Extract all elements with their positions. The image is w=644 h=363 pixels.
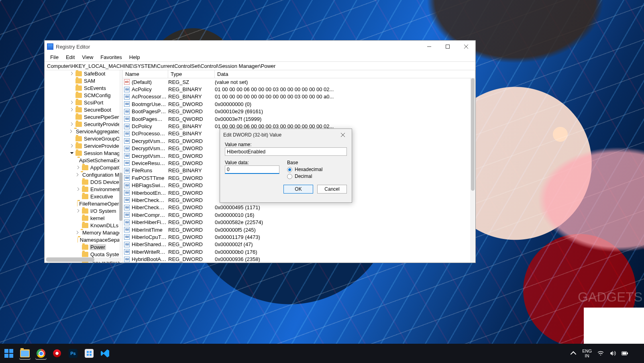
list-row[interactable]: HiberHiberFileTi...REG_DWORD0x0000582e (…	[123, 218, 475, 226]
tree-item[interactable]: Environment	[45, 186, 123, 193]
taskbar-microsoft-store[interactable]	[84, 348, 95, 359]
tray-battery-icon[interactable]	[622, 350, 628, 357]
tray-volume-icon[interactable]	[609, 350, 616, 357]
tree-item[interactable]: Memory Management	[45, 229, 123, 236]
tray-wifi-icon[interactable]	[597, 350, 604, 357]
tree-item[interactable]: ServiceProvider	[45, 142, 123, 149]
chevron-right-icon[interactable]	[76, 187, 81, 192]
tree-spacer	[76, 245, 81, 249]
reg-binary-icon	[124, 205, 130, 210]
tree-item[interactable]: ServiceGroupOrder	[45, 135, 123, 142]
tray-chevron-up-icon[interactable]	[570, 350, 577, 357]
tree-item[interactable]: SAM	[45, 77, 123, 84]
chevron-right-icon[interactable]	[69, 71, 74, 76]
menu-help[interactable]: Help	[126, 53, 143, 61]
list-row[interactable]: HiberInitTimeREG_DWORD0x000000f5 (245)	[123, 226, 475, 233]
list-row[interactable]: BootPagesProces...REG_DWORD0x00010e29 (6…	[123, 108, 475, 115]
chevron-right-icon[interactable]	[76, 165, 81, 170]
tree-item[interactable]: KnownDLLs	[45, 222, 123, 229]
tree-item[interactable]: SafeBoot	[45, 70, 123, 77]
tree-item[interactable]: SCMConfig	[45, 92, 123, 99]
tree-item[interactable]: ServiceAggregatedEvents	[45, 128, 123, 135]
tree-item[interactable]: Session Manager	[45, 149, 123, 157]
reg-binary-icon	[124, 234, 130, 240]
list-row[interactable]: (Default)REG_SZ(value not set)	[123, 78, 475, 86]
cell-type: REG_DWORD	[168, 175, 215, 181]
chevron-right-icon[interactable]	[76, 230, 79, 235]
tray-language[interactable]: ENG IN	[582, 349, 592, 358]
cell-type: REG_DWORD	[168, 212, 215, 218]
list-row[interactable]: BootPagesWrittenREG_QWORD0x00003e7f (159…	[123, 115, 475, 122]
list-row[interactable]: HiberWriteRateREG_DWORD0x000000b0 (176)	[123, 248, 475, 255]
chevron-right-icon[interactable]	[69, 122, 74, 126]
radio-decimal[interactable]: Decimal	[287, 173, 322, 179]
tree-item[interactable]: kernel	[45, 214, 123, 222]
chevron-down-icon[interactable]	[69, 151, 74, 155]
list-row[interactable]: HiberSharedBuff...REG_DWORD0x0000002f (4…	[123, 241, 475, 248]
tree-horizontal-scrollbar[interactable]	[45, 257, 122, 262]
cancel-button[interactable]: Cancel	[317, 185, 347, 194]
close-button[interactable]	[457, 41, 475, 53]
tree-item[interactable]: Power	[45, 243, 123, 251]
col-name-header[interactable]: Name	[123, 70, 168, 78]
menu-view[interactable]: View	[79, 53, 96, 61]
chevron-right-icon[interactable]	[69, 100, 74, 105]
dialog-titlebar[interactable]: Edit DWORD (32-bit) Value	[220, 129, 352, 141]
chevron-right-icon[interactable]	[69, 107, 74, 112]
ok-button[interactable]: OK	[283, 185, 313, 194]
taskbar-opera[interactable]	[51, 348, 63, 359]
cell-type: REG_DWORD	[168, 153, 215, 159]
reg-binary-icon	[124, 94, 130, 100]
regedit-address-bar[interactable]: Computer\HKEY_LOCAL_MACHINE\SYSTEM\Curre…	[45, 61, 475, 70]
start-button[interactable]	[3, 348, 14, 359]
chevron-right-icon[interactable]	[69, 129, 73, 134]
scrollbar-thumb[interactable]	[471, 78, 475, 191]
tree-item[interactable]: I/O System	[45, 207, 123, 214]
list-row[interactable]: HiberCompressR...REG_DWORD0x00000010 (16…	[123, 211, 475, 218]
tree-item[interactable]: Configuration Manager	[45, 171, 123, 178]
tree-item[interactable]: ScsiPort	[45, 99, 123, 106]
value-name-input[interactable]	[225, 147, 347, 156]
tree-vertical-scrollbar[interactable]	[119, 70, 122, 257]
tree-item[interactable]: SecureBoot	[45, 106, 123, 113]
dialog-close-button[interactable]	[337, 129, 348, 141]
tree-item[interactable]: NamespaceSeparation	[45, 236, 123, 243]
radio-hexadecimal[interactable]: Hexadecimal	[287, 167, 322, 172]
chevron-right-icon[interactable]	[69, 143, 74, 148]
tree-item[interactable]: AppCompatCache	[45, 164, 123, 171]
chevron-right-icon[interactable]	[76, 172, 79, 177]
list-row[interactable]: HybridBootAnim...REG_DWORD0x00000936 (23…	[123, 255, 475, 263]
tree-item[interactable]: ScEvents	[45, 84, 123, 92]
tree-item[interactable]: SecurityProviders	[45, 120, 123, 128]
tree-item[interactable]: Executive	[45, 193, 123, 200]
value-data-input[interactable]	[225, 165, 279, 174]
scrollbar-thumb[interactable]	[46, 257, 94, 262]
menu-edit[interactable]: Edit	[63, 53, 78, 61]
minimize-button[interactable]	[420, 41, 438, 53]
menu-file[interactable]: File	[47, 53, 62, 61]
scrollbar-thumb[interactable]	[119, 173, 122, 221]
taskbar-photoshop[interactable]: Ps	[67, 348, 79, 359]
tree-item[interactable]: SecurePipeServers	[45, 113, 123, 120]
list-vertical-scrollbar[interactable]	[470, 78, 475, 263]
taskbar-chrome[interactable]	[35, 348, 47, 359]
regedit-tree-pane[interactable]: SafeBootSAMScEventsSCMConfigScsiPortSecu…	[45, 70, 123, 263]
col-type-header[interactable]: Type	[168, 70, 215, 78]
taskbar-vscode[interactable]	[100, 348, 111, 359]
regedit-titlebar[interactable]: Registry Editor	[45, 41, 475, 53]
cell-data: 01 00 00 00 06 00 00 00 03 00 00 00 00 0…	[215, 86, 475, 92]
col-data-header[interactable]: Data	[215, 70, 475, 78]
chevron-right-icon[interactable]	[76, 208, 81, 213]
maximize-button[interactable]	[438, 41, 457, 53]
tree-item[interactable]: ApiSetSchemaExtensions	[45, 157, 123, 164]
list-row[interactable]: BootmgrUserInp...REG_DWORD0x00000000 (0)	[123, 100, 475, 108]
list-row[interactable]: AcProcessorPolicyREG_BINARY01 00 00 00 0…	[123, 93, 475, 100]
list-row[interactable]: HiberIoCpuTimeREG_DWORD0x00001179 (4473)	[123, 233, 475, 241]
list-row[interactable]: HiberChecksumT...REG_DWORD0x00000495 (11…	[123, 204, 475, 211]
tree-item[interactable]: FileRenameOperations	[45, 200, 123, 207]
tree-item[interactable]: DOS Devices	[45, 178, 123, 186]
taskbar-file-explorer[interactable]	[19, 348, 31, 359]
tree-item[interactable]: Quota System	[45, 251, 123, 258]
menu-favorites[interactable]: Favorites	[97, 53, 125, 61]
list-row[interactable]: AcPolicyREG_BINARY01 00 00 00 06 00 00 0…	[123, 86, 475, 93]
